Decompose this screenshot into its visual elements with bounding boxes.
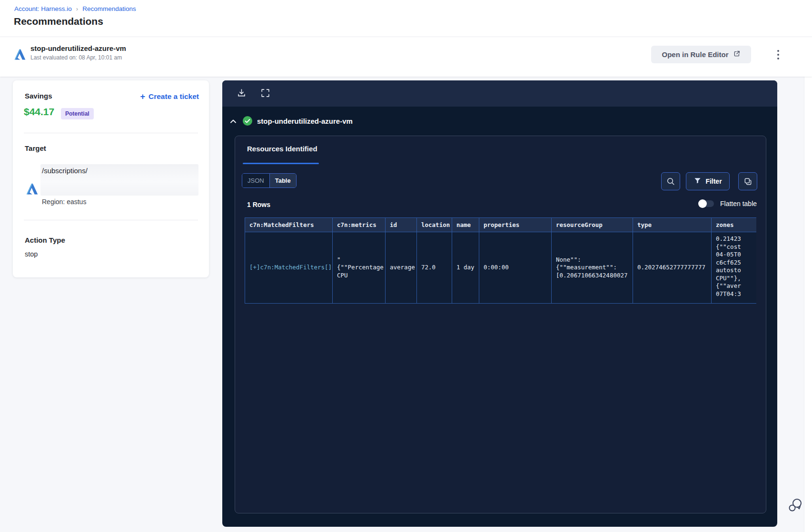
- breadcrumb-recommendations-link[interactable]: Recommendations: [82, 5, 136, 12]
- last-evaluated-text: Last evaluated on: 08 Apr, 10:01 am: [30, 54, 122, 61]
- external-link-icon: [733, 50, 741, 59]
- column-header-matchedfilters: c7n:MatchedFilters: [245, 218, 333, 232]
- recommendation-header: stop-underutilized-azure-vm Last evaluat…: [0, 37, 812, 77]
- check-circle-icon: [242, 116, 253, 128]
- savings-amount: $44.17: [24, 106, 54, 118]
- target-label: Target: [25, 144, 46, 152]
- action-type-value: stop: [25, 250, 38, 258]
- open-rule-editor-button[interactable]: Open in Rule Editor: [651, 46, 751, 63]
- column-header-zones: zones: [712, 218, 757, 232]
- rows-count: 1 Rows: [247, 201, 270, 208]
- view-toggle-table[interactable]: Table: [270, 174, 296, 187]
- cell-zones: 0.21423 {""cost 04-05T0 c6cf625 autosto …: [712, 232, 757, 304]
- plus-icon: +: [140, 92, 146, 101]
- page-title: Recommendations: [14, 16, 103, 27]
- breadcrumb: Account: Harness.io›Recommendations: [14, 5, 136, 12]
- divider: [24, 220, 198, 220]
- column-header-resourcegroup: resourceGroup: [552, 218, 633, 232]
- cell-metrics: " {""Percentage CPU: [333, 232, 386, 304]
- column-header-location: location: [417, 218, 452, 232]
- target-path: /subscriptions/: [42, 167, 88, 175]
- flatten-table-label: Flatten table: [720, 200, 757, 207]
- copy-icon[interactable]: [738, 172, 757, 190]
- panel-title: stop-underutilized-azure-vm: [257, 117, 353, 125]
- cell-properties: 0:00:00: [479, 232, 552, 304]
- divider: [24, 133, 198, 133]
- tab-resources-identified[interactable]: Resources Identified: [247, 145, 317, 153]
- cell-name: 1 day: [452, 232, 479, 304]
- cell-type: 0.20274652777777777: [633, 232, 712, 304]
- breadcrumb-account-link[interactable]: Account: Harness.io: [14, 5, 72, 12]
- chat-feedback-icon[interactable]: [788, 497, 804, 514]
- search-icon[interactable]: [661, 172, 680, 190]
- view-toggle-json[interactable]: JSON: [242, 174, 270, 187]
- column-header-name: name: [452, 218, 479, 232]
- open-rule-editor-label: Open in Rule Editor: [662, 50, 728, 59]
- column-header-id: id: [386, 218, 417, 232]
- results-panel: stop-underutilized-azure-vm Resources Id…: [222, 80, 777, 527]
- azure-logo: [25, 182, 39, 196]
- column-header-properties: properties: [479, 218, 552, 232]
- panel-toolbar: [222, 80, 777, 107]
- toggle-knob: [698, 199, 707, 208]
- resources-card: Resources Identified JSON Table Filter: [235, 136, 766, 513]
- create-ticket-label: Create a ticket: [149, 92, 199, 101]
- results-table: c7n:MatchedFilters c7n:metrics id locati…: [245, 217, 756, 304]
- target-region: Region: eastus: [42, 198, 86, 206]
- column-header-metrics: c7n:metrics: [333, 218, 386, 232]
- cell-id: average: [386, 232, 417, 304]
- collapse-chevron-up-icon[interactable]: [228, 117, 238, 126]
- table-row: [+]c7n:MatchedFilters[] " {""Percentage …: [245, 232, 757, 304]
- savings-potential-badge: Potential: [61, 108, 94, 119]
- view-mode-toggle: JSON Table: [242, 173, 297, 188]
- recommendation-name: stop-underutilized-azure-vm: [30, 44, 126, 52]
- action-type-label: Action Type: [25, 236, 65, 244]
- download-icon[interactable]: [237, 88, 247, 98]
- filter-funnel-icon: [693, 177, 702, 186]
- summary-card: Savings + Create a ticket $44.17 Potenti…: [13, 80, 209, 277]
- cell-resourcegroup: None"": {""measurement"": [0.20671066342…: [552, 232, 633, 304]
- fullscreen-icon[interactable]: [260, 88, 270, 98]
- breadcrumb-separator: ›: [76, 5, 78, 12]
- results-table-wrapper: c7n:MatchedFilters c7n:metrics id locati…: [245, 217, 756, 304]
- create-ticket-link[interactable]: + Create a ticket: [140, 92, 199, 101]
- table-header-row: c7n:MatchedFilters c7n:metrics id locati…: [245, 218, 757, 232]
- savings-label: Savings: [25, 92, 52, 100]
- kebab-menu-icon[interactable]: [774, 47, 782, 63]
- filter-label: Filter: [705, 177, 722, 185]
- tab-active-underline: [243, 163, 319, 164]
- cell-matchedfilters-expand[interactable]: [+]c7n:MatchedFilters[]: [245, 232, 333, 304]
- app: Account: Harness.io›Recommendations Reco…: [0, 0, 812, 532]
- azure-logo: [13, 48, 26, 61]
- flatten-table-toggle[interactable]: Flatten table: [699, 200, 757, 207]
- toggle-switch[interactable]: [699, 200, 714, 207]
- right-gutter: [804, 76, 812, 532]
- column-header-type: type: [633, 218, 712, 232]
- cell-location: 72.0: [417, 232, 452, 304]
- filter-button[interactable]: Filter: [686, 172, 730, 190]
